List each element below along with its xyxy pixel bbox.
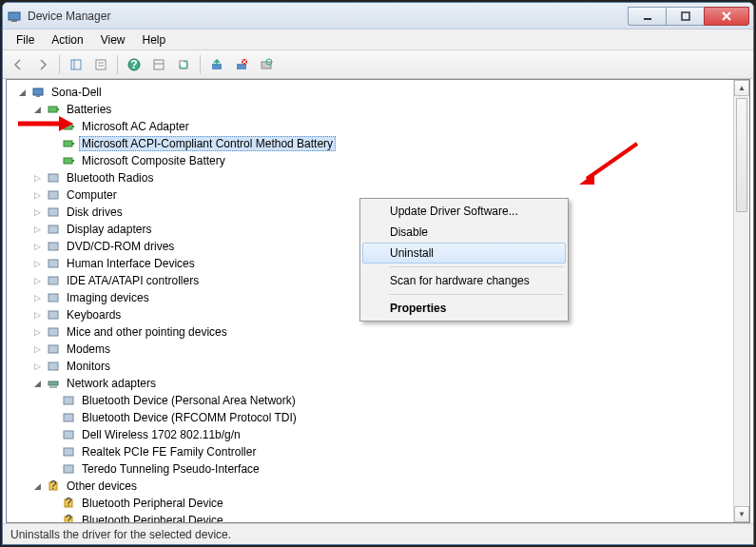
tree-item[interactable]: Bluetooth Device (Personal Area Network)	[10, 392, 733, 409]
collapse-icon[interactable]: ◢	[16, 87, 28, 98]
menu-properties[interactable]: Properties	[362, 298, 566, 319]
statusbar-text: Uninstalls the driver for the selected d…	[10, 528, 231, 541]
other-device-icon: ?	[46, 479, 61, 494]
mouse-icon	[46, 324, 61, 340]
tree-item-ac-adapter[interactable]: Microsoft AC Adapter	[10, 118, 733, 135]
tree-label: Teredo Tunneling Pseudo-Interface	[79, 461, 262, 477]
toolbar-separator	[117, 55, 118, 74]
dvd-icon	[46, 239, 61, 254]
menu-action[interactable]: Action	[44, 31, 90, 49]
display-icon	[46, 222, 61, 237]
tree-label: Realtek PCIe FE Family Controller	[79, 444, 259, 459]
maximize-button[interactable]	[666, 7, 704, 26]
scroll-thumb[interactable]	[736, 98, 747, 212]
tree-label: Keyboards	[64, 307, 124, 322]
svg-rect-22	[36, 95, 40, 97]
toolbar-separator	[200, 55, 201, 74]
collapse-icon[interactable]: ◢	[31, 378, 43, 389]
tree-label: Human Interface Devices	[64, 256, 198, 271]
collapse-icon[interactable]: ◢	[31, 104, 43, 115]
modem-icon	[46, 342, 61, 357]
expand-icon[interactable]: ▷	[31, 326, 43, 338]
svg-rect-36	[48, 260, 58, 267]
menu-scan-hardware[interactable]: Scan for hardware changes	[362, 270, 566, 291]
tree-label: Other devices	[64, 479, 140, 494]
properties-button[interactable]	[89, 53, 112, 76]
svg-text:?: ?	[66, 497, 72, 509]
content-area: ◢ Sona-Dell ◢ Batteries Microsoft AC Ada…	[6, 79, 750, 523]
tree-item[interactable]: Dell Wireless 1702 802.11b/g/n	[10, 426, 733, 443]
expand-icon[interactable]: ▷	[31, 343, 43, 355]
menu-help[interactable]: Help	[135, 31, 174, 49]
tree-item[interactable]: ?Bluetooth Peripheral Device	[10, 495, 733, 512]
expand-icon[interactable]: ▷	[31, 275, 43, 286]
tree-item-composite-battery[interactable]: Microsoft Composite Battery	[10, 152, 733, 169]
tree-item[interactable]: Bluetooth Device (RFCOMM Protocol TDI)	[10, 409, 733, 426]
help-button[interactable]: ?	[123, 53, 145, 76]
scroll-down-button[interactable]: ▼	[734, 506, 749, 522]
titlebar[interactable]: Device Manager	[3, 3, 753, 29]
menu-view[interactable]: View	[93, 31, 133, 49]
show-hide-tree-button[interactable]	[65, 53, 87, 76]
expand-icon[interactable]: ▷	[31, 292, 43, 303]
expand-icon[interactable]: ▷	[31, 258, 43, 269]
context-menu: Update Driver Software... Disable Uninst…	[359, 198, 569, 322]
tree-root[interactable]: ◢ Sona-Dell	[10, 84, 733, 101]
expand-icon[interactable]: ▷	[31, 309, 43, 321]
vertical-scrollbar[interactable]: ▲ ▼	[733, 80, 749, 522]
back-button[interactable]	[7, 53, 29, 76]
hid-icon	[46, 256, 61, 271]
tree-item[interactable]: Teredo Tunneling Pseudo-Interface	[10, 460, 733, 478]
statusbar: Uninstalls the driver for the selected d…	[3, 523, 753, 544]
toolbar: ?	[3, 50, 753, 79]
forward-button[interactable]	[31, 53, 54, 76]
scroll-up-button[interactable]: ▲	[734, 80, 749, 96]
scan-hardware-button[interactable]	[255, 53, 278, 76]
scroll-track[interactable]	[734, 96, 749, 506]
expand-icon[interactable]: ▷	[31, 172, 43, 184]
minimize-button[interactable]	[628, 7, 666, 26]
tree-category-network[interactable]: ◢ Network adapters	[10, 375, 733, 392]
svg-rect-27	[64, 141, 72, 147]
tree-category[interactable]: ▷Monitors	[10, 358, 733, 375]
expand-icon[interactable]: ▷	[31, 361, 43, 372]
svg-rect-6	[96, 60, 106, 69]
tree-item[interactable]: Realtek PCIe FE Family Controller	[10, 443, 733, 460]
svg-rect-39	[48, 311, 58, 319]
tree-category-other[interactable]: ◢ ? Other devices	[10, 478, 733, 495]
tree-item[interactable]: ?Bluetooth Peripheral Device	[10, 512, 733, 522]
svg-rect-31	[48, 174, 58, 182]
tree-category-batteries[interactable]: ◢ Batteries	[10, 101, 733, 118]
update-driver-button[interactable]	[205, 53, 228, 76]
tree-category[interactable]: ▷Mice and other pointing devices	[10, 323, 733, 341]
tree-label: Disk drives	[64, 205, 126, 220]
svg-rect-23	[48, 107, 57, 112]
svg-rect-3	[682, 12, 689, 20]
svg-rect-43	[48, 381, 58, 385]
svg-rect-38	[48, 294, 58, 302]
refresh-button[interactable]	[172, 53, 195, 76]
menu-uninstall[interactable]: Uninstall	[362, 243, 566, 264]
svg-rect-47	[64, 431, 73, 439]
details-button[interactable]	[147, 53, 170, 76]
menu-update-driver[interactable]: Update Driver Software...	[362, 201, 566, 222]
expand-icon[interactable]: ▷	[31, 241, 43, 252]
close-button[interactable]	[704, 7, 749, 26]
expand-icon[interactable]: ▷	[31, 206, 43, 218]
tree-category[interactable]: ▷Modems	[10, 341, 733, 358]
collapse-icon[interactable]: ◢	[31, 480, 43, 492]
menu-disable[interactable]: Disable	[362, 222, 566, 243]
svg-rect-24	[57, 108, 59, 110]
svg-rect-25	[64, 124, 72, 129]
tree-item-acpi-battery[interactable]: Microsoft ACPI-Compliant Control Method …	[10, 135, 733, 152]
app-icon	[7, 9, 22, 24]
svg-rect-35	[48, 243, 58, 250]
svg-rect-33	[48, 208, 58, 216]
svg-rect-48	[64, 448, 73, 456]
expand-icon[interactable]: ▷	[31, 189, 43, 201]
tree-category[interactable]: ▷Bluetooth Radios	[10, 169, 733, 186]
menubar: File Action View Help	[3, 29, 753, 50]
uninstall-button[interactable]	[230, 53, 253, 76]
expand-icon[interactable]: ▷	[31, 224, 43, 235]
menu-file[interactable]: File	[9, 31, 42, 49]
